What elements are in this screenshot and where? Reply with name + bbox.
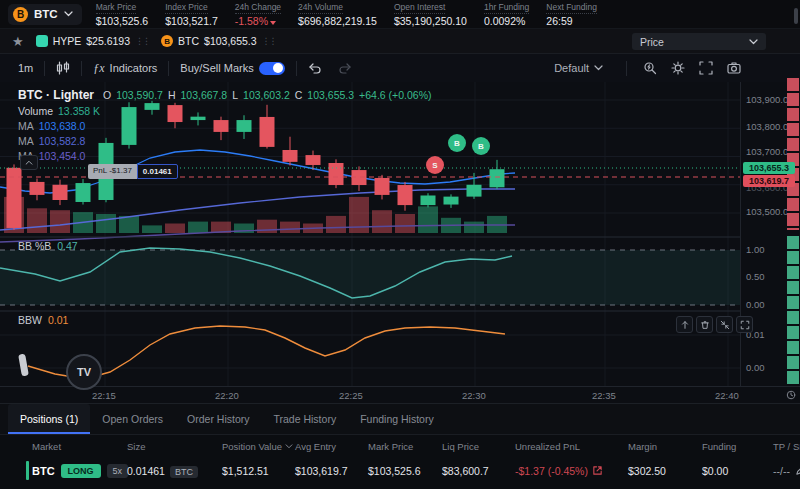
volume-bar <box>418 206 438 233</box>
liq-price-cell: $83,600.7 <box>442 465 515 477</box>
position-value-cell: $1,512.51 <box>222 465 295 477</box>
last-price-badge: 103,655.3 <box>743 162 795 174</box>
sort-caret-icon <box>285 444 293 449</box>
tab-trade-history[interactable]: Trade History <box>262 404 349 434</box>
edit-pencil-icon[interactable] <box>795 465 800 476</box>
stat-index-price: Index Price$103,521.7 <box>165 2 218 27</box>
scrollbar-thumb[interactable] <box>794 8 798 24</box>
watchlist-item-btc[interactable]: B BTC $103,655.3 ⋮⋮ <box>161 35 276 47</box>
camera-snapshot-icon[interactable] <box>726 60 742 76</box>
time-label: 22:35 <box>592 390 616 401</box>
open-value: 103,590.7 <box>116 89 163 101</box>
quick-search-icon[interactable] <box>642 60 658 76</box>
column-liq-price: Liq Price <box>442 441 515 452</box>
buy-sell-marks-toggle[interactable] <box>259 62 285 75</box>
tab-positions-1-[interactable]: Positions (1) <box>8 404 90 434</box>
market-selector[interactable]: B BTC <box>8 4 82 25</box>
tab-open-orders[interactable]: Open Orders <box>90 404 175 434</box>
column-tp-sl: TP / SL <box>773 441 800 452</box>
candle-body <box>352 170 367 185</box>
arrow-up-icon <box>680 320 690 330</box>
axis-label: 0.00 <box>746 299 765 310</box>
volume-value: 13.358 K <box>58 105 100 117</box>
size-asset-chip: BTC <box>170 466 198 478</box>
market-symbol: BTC <box>34 8 58 20</box>
orderbook-asks-strip <box>787 78 799 230</box>
pane-controls <box>676 316 753 333</box>
stat-24h-change: 24h Change-1.58% <box>235 2 281 27</box>
position-row[interactable]: BTC LONG 5x 0.01461BTC $1,512.51 $103,61… <box>0 457 800 484</box>
time-label: 22:40 <box>715 390 739 401</box>
market-cell: BTC LONG 5x <box>32 464 127 478</box>
candle-body <box>30 182 45 195</box>
pane-collapse-button[interactable] <box>716 316 733 333</box>
size-cell: 0.01461BTC <box>127 465 222 477</box>
buy-sell-marks-toggle-row: Buy/Sell Marks <box>172 57 292 79</box>
pnl-text: PnL -$1.37 <box>88 164 137 179</box>
tp-sl-cell: --/-- <box>773 465 800 477</box>
chart-style-button[interactable] <box>48 57 78 79</box>
ma1-value: 103,638.0 <box>39 120 86 132</box>
template-selector[interactable]: Default <box>546 57 611 79</box>
candle-body <box>467 185 482 197</box>
fullscreen-icon[interactable] <box>698 60 714 76</box>
volume-bar <box>280 222 300 233</box>
entry-price-badge: 103,619.7 <box>743 175 795 187</box>
fx-icon: ƒx <box>93 61 104 76</box>
position-market: BTC <box>32 465 55 477</box>
column-avg-entry: Avg Entry <box>295 441 368 452</box>
axis-label: 103,500.0 <box>746 206 788 217</box>
tab-order-history[interactable]: Order History <box>175 404 261 434</box>
position-size-text: 0.01461 <box>137 164 178 179</box>
clock-icon[interactable] <box>786 390 796 402</box>
tab-funding-history[interactable]: Funding History <box>348 404 446 434</box>
indicators-button[interactable]: ƒx Indicators <box>85 57 165 79</box>
maximize-icon <box>740 320 750 330</box>
drag-handle-icon[interactable]: ⋮⋮ <box>135 36 149 46</box>
column-position-value[interactable]: Position Value <box>222 441 295 452</box>
side-badge: LONG <box>61 464 101 478</box>
drag-handle-icon[interactable]: ⋮⋮ <box>262 36 276 46</box>
stat-24h-volume: 24h Volume$696,882,219.15 <box>298 2 377 27</box>
bb-pane-label: BB %B0.47 <box>18 240 78 252</box>
positions-table-header: MarketSizePosition ValueAvg EntryMark Pr… <box>0 435 800 457</box>
svg-text:B: B <box>454 139 460 148</box>
column-margin: Margin <box>628 441 702 452</box>
time-axis[interactable]: 22:1522:2022:2522:3022:3522:40 <box>0 386 800 404</box>
watchlist-price: $25.6193 <box>86 35 130 47</box>
settings-gear-icon[interactable] <box>670 60 686 76</box>
ma2-value: 103,582.8 <box>39 135 86 147</box>
candle-body <box>329 163 344 185</box>
watchlist-symbol: HYPE <box>53 35 82 47</box>
tradingview-logo[interactable]: TV <box>66 354 102 390</box>
orderbook-bids-strip <box>787 236 799 384</box>
undo-button[interactable] <box>300 57 330 79</box>
pane-maximize-button[interactable] <box>736 316 753 333</box>
redo-button[interactable] <box>330 57 360 79</box>
chevron-down-icon <box>64 11 73 17</box>
pane-move-up-button[interactable] <box>676 316 693 333</box>
favorites-star-icon[interactable]: ★ <box>12 34 24 49</box>
column-mark-price: Mark Price <box>368 441 442 452</box>
price-display-selector[interactable]: Price <box>632 33 766 50</box>
hype-coin-icon <box>36 35 48 47</box>
stat-1hr-funding: 1hr Funding0.0092% <box>484 2 529 27</box>
chart-area[interactable]: SBB BTC · Lighter O103,590.7 H103,667.8 … <box>0 82 740 386</box>
bbw-pane-label: BBW0.01 <box>18 314 68 326</box>
chevron-down-icon <box>749 39 758 45</box>
legend-collapse-button[interactable] <box>20 155 38 170</box>
change-value: +64.6 (+0.06%) <box>359 89 431 101</box>
interval-button[interactable]: 1m <box>10 57 41 79</box>
share-pnl-icon[interactable] <box>592 465 603 476</box>
volume-bar <box>372 210 392 233</box>
watchlist-item-hype[interactable]: HYPE $25.6193 ⋮⋮ <box>36 35 149 47</box>
volume-bar <box>96 214 116 233</box>
volume-bar <box>119 216 139 233</box>
avg-entry-cell: $103,619.7 <box>295 465 368 477</box>
position-pnl-label[interactable]: PnL -$1.37 0.01461 <box>88 164 178 179</box>
pane-delete-button[interactable] <box>696 316 713 333</box>
column-funding: Funding <box>702 441 773 452</box>
volume-bar <box>464 222 484 233</box>
axis-label: 103,800.0 <box>746 121 788 132</box>
time-label: 22:20 <box>215 390 239 401</box>
